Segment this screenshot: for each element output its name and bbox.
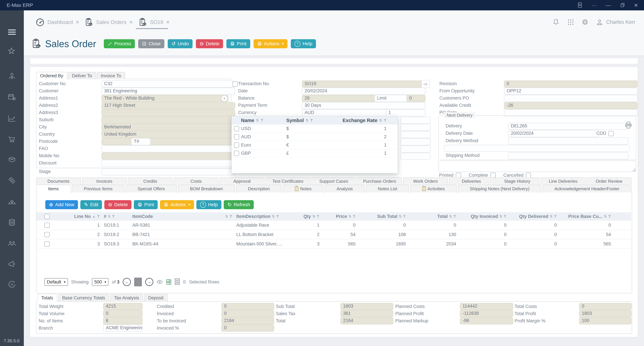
item-tab[interactable]: Notes xyxy=(283,185,324,192)
print-items-button[interactable]: Print xyxy=(134,200,158,209)
totals-value-field[interactable]: 6 xyxy=(103,317,142,324)
more-menu-icon[interactable]: ··· xyxy=(592,2,597,8)
totals-value-field[interactable]: 2164 xyxy=(221,317,274,324)
print-button[interactable]: Print xyxy=(226,39,250,48)
postcode-field[interactable] xyxy=(102,138,136,145)
row-checkbox[interactable] xyxy=(234,151,239,156)
filter-funnel-icon[interactable] xyxy=(112,215,115,218)
filter-funnel-icon[interactable] xyxy=(554,215,557,218)
filter-funnel-icon[interactable] xyxy=(403,215,406,218)
address1-field[interactable]: The Red - White Building xyxy=(102,95,228,102)
tab-deliver-to[interactable]: Deliver To xyxy=(68,72,96,79)
section-tab[interactable]: Approval xyxy=(220,177,264,185)
close-tab-icon[interactable]: ✕ xyxy=(129,20,133,25)
find-in-page-icon[interactable] xyxy=(577,2,583,8)
customer-field[interactable]: 361 Engineering xyxy=(102,88,235,95)
hr-people-icon[interactable] xyxy=(8,239,16,248)
close-button[interactable]: Close xyxy=(138,39,164,48)
data-database-icon[interactable] xyxy=(8,218,16,227)
tab-ordered-by[interactable]: Ordered By xyxy=(36,72,67,79)
section-tab[interactable]: Invoices xyxy=(82,177,127,185)
filter-funnel-icon[interactable] xyxy=(608,215,611,218)
address-add-icon[interactable]: + xyxy=(221,95,228,102)
close-tab-icon[interactable]: ✕ xyxy=(166,20,170,25)
row-checkbox[interactable] xyxy=(44,223,50,228)
view-select[interactable]: Default▾ xyxy=(44,278,68,286)
user-avatar-icon[interactable] xyxy=(596,18,604,26)
country-field[interactable]: United Kingdom xyxy=(102,131,235,138)
totals-value-field[interactable]: 1803 xyxy=(579,310,632,317)
address2-field[interactable]: 117 High Street xyxy=(102,102,235,109)
totals-value-field[interactable]: 4215 xyxy=(103,303,142,310)
customer-no-checkbox[interactable] xyxy=(232,81,238,87)
revision-field[interactable]: 0 xyxy=(504,80,638,87)
section-tab[interactable]: Line Deliveries xyxy=(541,177,586,185)
filter-funnel-icon[interactable] xyxy=(384,119,386,122)
customers-po-field[interactable] xyxy=(504,95,638,102)
filter-funnel-icon[interactable] xyxy=(353,215,356,218)
tab-invoice-to[interactable]: Invoice To xyxy=(97,72,125,79)
date-field[interactable]: 20/02/2024 xyxy=(302,88,426,95)
section-tab[interactable]: Credits xyxy=(128,177,173,185)
item-tab[interactable]: BOM Breakdown xyxy=(178,185,235,192)
totals-value-field[interactable]: -98 xyxy=(460,317,513,324)
next-page-button[interactable]: → xyxy=(145,278,153,286)
stage-field[interactable] xyxy=(102,168,235,175)
city-field[interactable]: Berkhamsted xyxy=(102,124,235,131)
goto-transaction-icon[interactable]: ⇨ xyxy=(422,80,430,88)
menu-hamburger-icon[interactable] xyxy=(8,29,16,36)
row-checkbox[interactable] xyxy=(234,142,239,148)
minimize-icon[interactable]: — xyxy=(606,2,611,8)
item-tab[interactable]: Special Offers xyxy=(126,185,177,192)
restore-icon[interactable] xyxy=(620,2,626,8)
item-tab[interactable]: Acknowledgement Header/Footer xyxy=(542,185,632,192)
section-tab[interactable]: Support Cases xyxy=(311,177,356,185)
delivery-notes-field[interactable] xyxy=(444,145,630,152)
tab-sales-orders[interactable]: Sales Orders ✕ xyxy=(85,17,133,27)
column-header-price-base[interactable]: Price Base Cu...⇅ xyxy=(559,214,631,219)
item-tab[interactable]: Items xyxy=(36,185,71,192)
row-checkbox[interactable] xyxy=(44,241,50,247)
totals-value-field[interactable]: ACME Engineering xyxy=(103,325,142,332)
delete-item-button[interactable]: ⊖Delete xyxy=(104,200,132,209)
support-24h-icon[interactable]: 24 xyxy=(8,280,16,289)
transaction-no-field[interactable]: SO19 xyxy=(302,80,426,87)
delivery-date-field[interactable]: 20/02/2024 xyxy=(508,130,599,137)
totals-value-field[interactable]: 2164 xyxy=(340,317,393,324)
currency-row[interactable]: GBP £ 1 xyxy=(232,149,398,157)
totals-value-field[interactable]: -112639 xyxy=(460,310,513,317)
items-help-button[interactable]: ?Help xyxy=(196,200,222,209)
mobile-no-field[interactable] xyxy=(102,153,235,160)
dispatch-box-icon[interactable] xyxy=(8,155,16,164)
column-header-number[interactable]: #⇅ xyxy=(102,214,130,219)
limit-field[interactable]: 0 xyxy=(406,95,426,102)
tab-dashboard[interactable]: Dashboard ✕ xyxy=(36,17,79,27)
tab-base-currency-totals[interactable]: Base Currency Totals xyxy=(58,294,109,302)
settings-gear-icon[interactable]: ⚙ xyxy=(582,18,588,26)
customer-no-field[interactable]: C32 xyxy=(102,80,235,87)
column-header-qty[interactable]: Qty⇅ xyxy=(300,214,322,219)
filter-funnel-icon[interactable] xyxy=(260,119,264,122)
delete-button[interactable]: ⊖Delete xyxy=(196,39,223,48)
schedule-calendar-icon[interactable] xyxy=(8,93,16,102)
totals-value-field[interactable]: 361 xyxy=(340,310,393,317)
filter-funnel-icon[interactable] xyxy=(97,215,100,218)
column-header-name[interactable]: Name⇅ xyxy=(241,118,286,123)
close-tab-icon[interactable]: ✕ xyxy=(76,20,80,25)
toggle-columns-eye-icon[interactable] xyxy=(157,280,163,284)
select-all-checkbox[interactable] xyxy=(44,214,50,219)
undo-button[interactable]: ↺Undo xyxy=(168,39,192,48)
balance-field[interactable]: 26 xyxy=(302,95,379,102)
item-tab[interactable]: Shipping Notes (Next Delivery) xyxy=(458,185,542,192)
apps-grid-icon[interactable] xyxy=(567,18,574,26)
section-tab[interactable]: Test Certificates xyxy=(266,177,310,185)
export-excel-icon[interactable] xyxy=(166,279,172,285)
totals-value-field[interactable]: 0 xyxy=(103,310,142,317)
process-button[interactable]: Process xyxy=(104,39,135,48)
edit-button[interactable]: ✎Edit xyxy=(80,200,102,209)
item-tab[interactable]: Previous Items xyxy=(72,185,124,192)
column-header-exchange-rate[interactable]: Exchange Rate⇅ xyxy=(338,118,397,123)
section-tab[interactable]: Purchase Orders xyxy=(357,177,402,185)
row-checkbox[interactable] xyxy=(44,232,50,237)
delivery-method-field[interactable] xyxy=(508,137,628,144)
